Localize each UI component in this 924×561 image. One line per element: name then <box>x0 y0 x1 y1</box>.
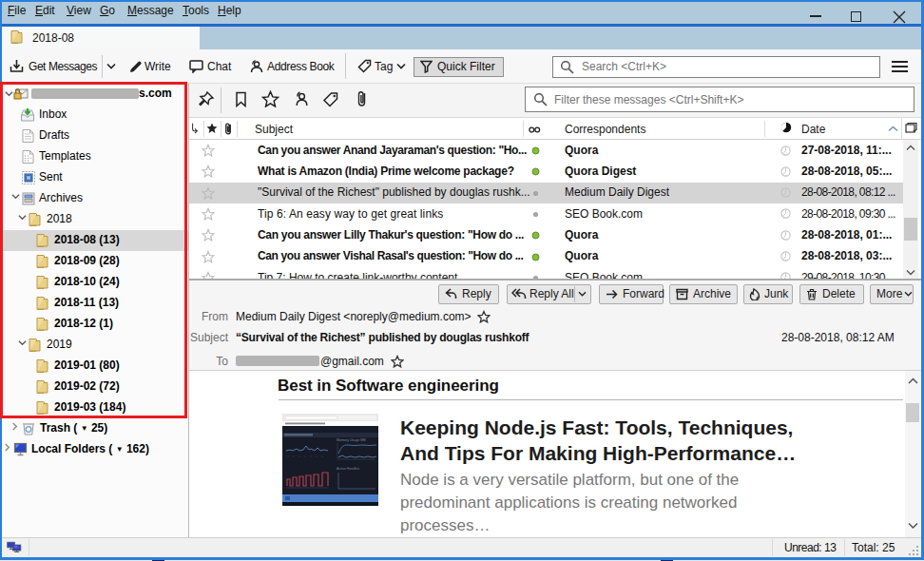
svg-text:Active Handles: Active Handles <box>337 467 359 471</box>
svg-text:Memory Usage MB: Memory Usage MB <box>337 438 366 442</box>
